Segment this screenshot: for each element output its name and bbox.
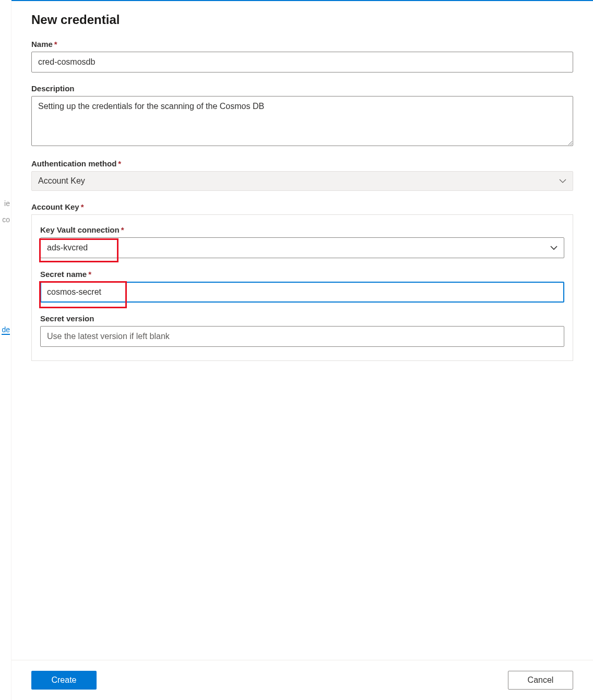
required-indicator: * <box>54 40 57 49</box>
name-label: Name* <box>31 40 573 49</box>
required-indicator: * <box>88 270 91 279</box>
key-vault-label-text: Key Vault connection <box>40 225 120 234</box>
secret-name-input[interactable] <box>40 282 564 303</box>
key-vault-select[interactable]: ads-kvcred <box>40 237 564 258</box>
sidebar-fragment: de <box>2 325 10 335</box>
description-input[interactable]: Setting up the credentials for the scann… <box>31 96 573 146</box>
secret-version-label: Secret version <box>40 314 564 323</box>
account-key-box: Key Vault connection* ads-kvcred Secret … <box>31 214 573 361</box>
auth-method-label: Authentication method* <box>31 159 573 168</box>
new-credential-panel: New credential Name* Description Setting… <box>11 1 593 700</box>
key-vault-value: ads-kvcred <box>47 243 88 252</box>
panel-title: New credential <box>31 13 573 27</box>
required-indicator: * <box>118 159 121 168</box>
auth-method-group: Authentication method* Account Key <box>31 159 573 191</box>
name-group: Name* <box>31 40 573 73</box>
account-key-label-text: Account Key <box>31 202 79 211</box>
account-key-label: Account Key* <box>31 202 573 211</box>
secret-name-label-text: Secret name <box>40 270 87 279</box>
key-vault-label: Key Vault connection* <box>40 225 564 234</box>
description-label: Description <box>31 84 573 93</box>
required-indicator: * <box>81 202 84 211</box>
auth-method-label-text: Authentication method <box>31 159 116 168</box>
secret-name-group: Secret name* <box>40 270 564 303</box>
key-vault-group: Key Vault connection* ads-kvcred <box>40 225 564 258</box>
create-button[interactable]: Create <box>31 671 97 690</box>
name-input[interactable] <box>31 52 573 73</box>
required-indicator: * <box>121 225 124 234</box>
cancel-button[interactable]: Cancel <box>508 671 573 690</box>
chevron-down-icon <box>559 177 566 185</box>
sidebar-fragment: co <box>2 215 10 224</box>
panel-content: New credential Name* Description Setting… <box>11 1 593 660</box>
secret-version-group: Secret version <box>40 314 564 347</box>
left-background-strip: ie co de <box>0 0 11 700</box>
secret-name-label: Secret name* <box>40 270 564 279</box>
panel-footer: Create Cancel <box>11 660 593 700</box>
auth-method-value: Account Key <box>38 176 85 186</box>
secret-version-input[interactable] <box>40 326 564 347</box>
account-key-group: Account Key* Key Vault connection* ads-k… <box>31 202 573 361</box>
description-group: Description Setting up the credentials f… <box>31 84 573 148</box>
chevron-down-icon <box>550 244 558 251</box>
auth-method-select[interactable]: Account Key <box>31 171 573 191</box>
sidebar-fragment: ie <box>4 199 10 208</box>
name-label-text: Name <box>31 40 53 49</box>
